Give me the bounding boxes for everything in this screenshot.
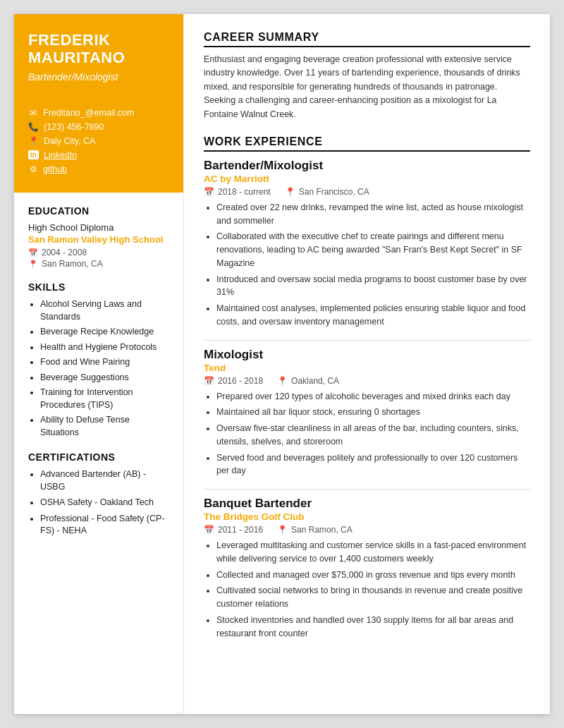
sidebar: FREDERIK MAURITANO Bartender/Mixologist … xyxy=(14,14,183,714)
name-line1: FREDERIK xyxy=(28,31,110,49)
email-text: Freditano_@email.com xyxy=(43,108,134,118)
calendar-icon: 📅 xyxy=(204,187,214,197)
github-icon: ⚙ xyxy=(28,164,38,174)
divider-1 xyxy=(204,340,530,341)
candidate-title: Bartender/Mixologist xyxy=(28,71,169,83)
name-line2: MAURITANO xyxy=(28,49,125,66)
job-3-bullets: Leveraged multitasking and customer serv… xyxy=(204,539,530,640)
job-3-meta: 📅 2011 - 2016 📍 San Ramon, CA xyxy=(204,525,530,535)
bullet-item: Oversaw five-star cleanliness in all are… xyxy=(216,422,530,449)
job-1-years: 📅 2018 - current xyxy=(204,187,271,197)
edu-location: 📍 San Ramon, CA xyxy=(28,259,169,269)
career-summary-title: CAREER SUMMARY xyxy=(204,31,530,47)
certifications-section-title: CERTIFICATIONS xyxy=(28,451,169,463)
linkedin-link[interactable]: LinkedIn xyxy=(44,150,77,160)
location-edu-icon: 📍 xyxy=(28,260,38,269)
bullet-item: Maintained all bar liquor stock, ensurin… xyxy=(216,406,530,419)
bullet-item: Collaborated with the executive chef to … xyxy=(216,230,530,269)
contact-phone: 📞 (123) 456-7890 xyxy=(28,122,169,132)
candidate-name: FREDERIK MAURITANO xyxy=(28,31,169,67)
pin-icon: 📍 xyxy=(277,525,288,535)
contact-linkedin[interactable]: in LinkedIn xyxy=(28,150,169,160)
job-3-company: The Bridges Golf Club xyxy=(204,511,530,522)
skill-item: Alcohol Serving Laws and Standards xyxy=(40,298,169,323)
bullet-item: Collected and managed over $75,000 in gr… xyxy=(216,569,530,582)
cert-item: OSHA Safety - Oakland Tech xyxy=(40,497,169,509)
pin-icon: 📍 xyxy=(285,187,295,197)
education-section-title: EDUCATION xyxy=(28,205,169,217)
job-3-location: 📍 San Ramon, CA xyxy=(277,525,352,535)
calendar-icon: 📅 xyxy=(204,376,214,386)
skill-item: Ability to Defuse Tense Situations xyxy=(40,414,169,439)
phone-icon: 📞 xyxy=(28,122,39,132)
job-2-bullets: Prepared over 120 types of alcoholic bev… xyxy=(204,390,530,478)
job-1-location: 📍 San Francisco, CA xyxy=(285,187,369,197)
skill-item: Training for Intervention Procedures (TI… xyxy=(40,387,169,411)
skill-item: Health and Hygiene Protocols xyxy=(40,341,169,354)
job-1: Bartender/Mixologist AC by Marriott 📅 20… xyxy=(204,159,530,329)
job-1-meta: 📅 2018 - current 📍 San Francisco, CA xyxy=(204,187,530,197)
bullet-item: Prepared over 120 types of alcoholic bev… xyxy=(216,390,530,404)
job-1-title: Bartender/Mixologist xyxy=(204,159,530,173)
github-link[interactable]: github xyxy=(43,164,67,174)
divider-2 xyxy=(204,489,530,490)
calendar-icon: 📅 xyxy=(204,525,214,535)
skill-item: Beverage Recipe Knowledge xyxy=(40,326,169,339)
career-summary-text: Enthusiast and engaging beverage creatio… xyxy=(204,53,530,121)
job-3: Banquet Bartender The Bridges Golf Club … xyxy=(204,497,530,640)
job-2-title: Mixologist xyxy=(204,348,530,362)
job-1-company: AC by Marriott xyxy=(204,174,530,184)
contact-section: ✉ Freditano_@email.com 📞 (123) 456-7890 … xyxy=(14,97,183,193)
contact-email: ✉ Freditano_@email.com xyxy=(28,108,169,118)
job-2-company: Tend xyxy=(204,363,530,373)
edu-school: San Ramon Valley High School xyxy=(28,234,169,246)
bullet-item: Maintained cost analyses, implemented po… xyxy=(216,302,530,329)
job-2-location: 📍 Oakland, CA xyxy=(277,376,339,386)
skill-item: Beverage Suggestions xyxy=(40,372,169,384)
work-experience-title: WORK EXPERIENCE xyxy=(204,135,530,152)
job-2: Mixologist Tend 📅 2016 - 2018 📍 Oakland,… xyxy=(204,348,530,478)
phone-text: (123) 456-7890 xyxy=(44,122,104,132)
job-3-title: Banquet Bartender xyxy=(204,497,530,511)
certifications-list: Advanced Bartender (AB) - USBG OSHA Safe… xyxy=(28,468,169,538)
bullet-item: Introduced and oversaw social media prog… xyxy=(216,273,530,300)
calendar-icon: 📅 xyxy=(28,248,38,257)
sidebar-header: FREDERIK MAURITANO Bartender/Mixologist xyxy=(14,14,183,97)
job-2-meta: 📅 2016 - 2018 📍 Oakland, CA xyxy=(204,376,530,386)
bullet-item: Leveraged multitasking and customer serv… xyxy=(216,539,530,566)
job-2-years: 📅 2016 - 2018 xyxy=(204,376,263,386)
job-3-years: 📅 2011 - 2016 xyxy=(204,525,263,535)
sidebar-body: EDUCATION High School Diploma San Ramon … xyxy=(14,193,183,714)
location-icon: 📍 xyxy=(28,136,39,146)
cert-item: Professional - Food Safety (CP-FS) - NEH… xyxy=(40,513,169,538)
skills-list: Alcohol Serving Laws and Standards Bever… xyxy=(28,298,169,439)
skills-section-title: SKILLS xyxy=(28,281,169,293)
resume: FREDERIK MAURITANO Bartender/Mixologist … xyxy=(14,14,550,714)
main-content: CAREER SUMMARY Enthusiast and engaging b… xyxy=(183,14,550,714)
bullet-item: Cultivated social networks to bring in t… xyxy=(216,584,530,611)
job-1-bullets: Created over 22 new drinks, revamped the… xyxy=(204,201,530,329)
linkedin-icon: in xyxy=(28,150,39,159)
skill-item: Food and Wine Pairing xyxy=(40,356,169,369)
edu-years: 📅 2004 - 2008 xyxy=(28,248,169,257)
cert-item: Advanced Bartender (AB) - USBG xyxy=(40,468,169,493)
edu-degree: High School Diploma xyxy=(28,222,169,233)
contact-location: 📍 Daly City, CA xyxy=(28,136,169,146)
location-text: Daly City, CA xyxy=(44,136,95,146)
bullet-item: Created over 22 new drinks, revamped the… xyxy=(216,201,530,228)
contact-github[interactable]: ⚙ github xyxy=(28,164,169,174)
email-icon: ✉ xyxy=(28,108,38,118)
bullet-item: Served food and beverages politely and p… xyxy=(216,451,530,478)
pin-icon: 📍 xyxy=(277,376,288,386)
bullet-item: Stocked inventories and handled over 130… xyxy=(216,614,530,641)
